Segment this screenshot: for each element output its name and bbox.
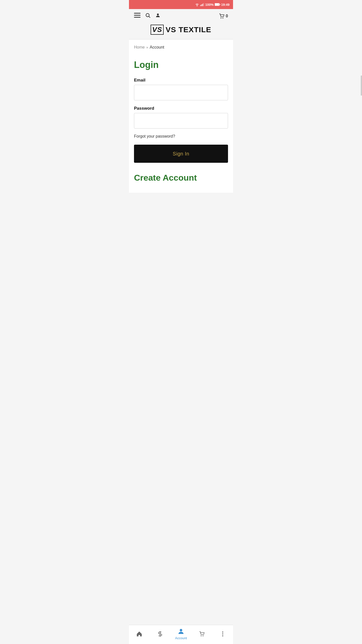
svg-point-14 [222,18,223,19]
breadcrumb-separator: » [146,45,148,49]
svg-point-12 [157,14,159,15]
wifi-icon [195,3,199,6]
svg-rect-1 [201,4,202,6]
create-account-title: Create Account [134,173,228,183]
forgot-password-link[interactable]: Forgot your password? [134,134,228,139]
search-icon[interactable] [145,13,151,20]
svg-rect-8 [134,15,141,16]
nav-item-home[interactable] [129,631,150,637]
home-nav-icon [136,631,143,637]
nav-item-more[interactable] [212,631,233,637]
svg-rect-9 [134,17,141,18]
email-label: Email [134,78,228,83]
vs-text: VS [152,26,162,34]
header-left-icons [134,13,161,20]
svg-point-17 [201,635,202,636]
account-nav-label: Account [175,636,187,640]
cart-count: 0 [226,14,228,18]
svg-point-16 [180,629,182,631]
account-nav-icon [177,628,185,635]
password-input[interactable] [134,113,228,129]
email-input[interactable] [134,85,228,100]
svg-rect-0 [200,5,201,6]
breadcrumb-current-page: Account [150,45,164,50]
logo: VS VS TEXTILE [151,25,211,35]
main-content: Login Email Password Forgot your passwor… [129,52,233,193]
vs-logo-badge: VS [151,25,163,35]
status-icons: 100% 19:49 [195,3,230,7]
cart-icon [218,13,225,19]
signal-icon [200,3,204,6]
svg-point-13 [220,18,221,19]
brand-name: VS TEXTILE [166,25,211,34]
svg-rect-3 [203,3,204,6]
svg-point-21 [222,635,223,636]
cart-nav-icon [199,631,205,637]
header: 0 [129,9,233,23]
svg-point-19 [222,631,223,632]
svg-rect-7 [134,13,141,14]
svg-rect-5 [215,4,219,6]
currency-nav-icon [157,631,163,637]
svg-rect-6 [219,4,220,5]
nav-item-currency[interactable] [150,631,171,637]
battery-icon [215,3,220,6]
bottom-navigation: Account [129,625,233,644]
login-title: Login [134,60,228,70]
svg-point-20 [222,633,223,634]
breadcrumb: Home » Account [129,39,233,52]
status-time: 19:49 [221,3,230,7]
cart-icon-wrapper[interactable]: 0 [218,13,228,19]
password-label: Password [134,106,228,111]
svg-rect-2 [202,4,203,6]
battery-percentage: 100% [205,3,214,7]
svg-line-11 [149,16,150,18]
logo-bar: VS VS TEXTILE [129,23,233,39]
breadcrumb-home-link[interactable]: Home [134,45,145,50]
status-bar: 100% 19:49 [129,0,233,9]
nav-item-cart[interactable] [191,631,212,637]
svg-point-18 [203,635,204,636]
login-form: Email Password Forgot your password? Sig… [134,78,228,163]
more-nav-icon [219,631,226,637]
svg-point-10 [146,14,149,17]
user-icon[interactable] [155,13,161,20]
nav-item-account[interactable]: Account [171,628,192,640]
sign-in-button[interactable]: Sign In [134,145,228,163]
menu-icon[interactable] [134,13,141,19]
